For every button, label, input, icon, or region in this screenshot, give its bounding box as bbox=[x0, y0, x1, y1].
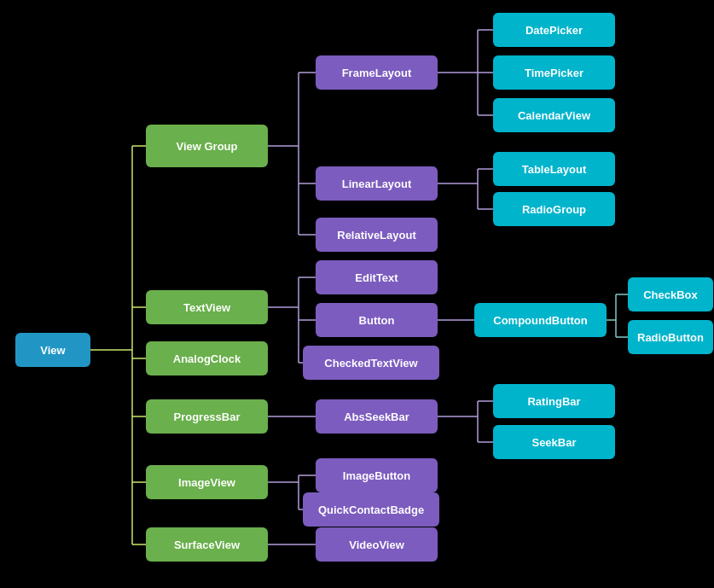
node-textview[interactable]: TextView bbox=[146, 290, 268, 324]
node-ratingbar[interactable]: RatingBar bbox=[493, 384, 615, 418]
node-radiobutton[interactable]: RadioButton bbox=[628, 320, 713, 354]
node-timepicker[interactable]: TimePicker bbox=[493, 55, 615, 90]
diagram: View View Group TextView AnalogClock Pro… bbox=[0, 0, 714, 588]
node-relativelayout[interactable]: RelativeLayout bbox=[316, 218, 438, 252]
node-compoundbutton[interactable]: CompoundButton bbox=[474, 303, 607, 337]
node-videoview[interactable]: VideoView bbox=[316, 527, 438, 562]
node-edittext[interactable]: EditText bbox=[316, 260, 438, 294]
node-analogclock[interactable]: AnalogClock bbox=[146, 341, 268, 376]
node-viewgroup[interactable]: View Group bbox=[146, 125, 268, 167]
node-datepicker[interactable]: DatePicker bbox=[493, 13, 615, 47]
node-linearlayout[interactable]: LinearLayout bbox=[316, 166, 438, 201]
node-quickcontactbadge[interactable]: QuickContactBadge bbox=[303, 492, 439, 527]
node-checkbox[interactable]: CheckBox bbox=[628, 277, 713, 311]
node-calendarview[interactable]: CalendarView bbox=[493, 98, 615, 132]
node-button[interactable]: Button bbox=[316, 303, 438, 337]
node-surfaceview[interactable]: SurfaceView bbox=[146, 527, 268, 562]
node-radiogroup[interactable]: RadioGroup bbox=[493, 192, 615, 226]
node-checkedtextview[interactable]: CheckedTextView bbox=[303, 346, 439, 380]
node-seekbar[interactable]: SeekBar bbox=[493, 425, 615, 459]
node-view[interactable]: View bbox=[15, 333, 90, 367]
node-tablelayout[interactable]: TableLayout bbox=[493, 152, 615, 186]
node-imagebutton[interactable]: ImageButton bbox=[316, 458, 438, 492]
node-framelayout[interactable]: FrameLayout bbox=[316, 55, 438, 90]
node-absseekbar[interactable]: AbsSeekBar bbox=[316, 399, 438, 434]
node-imageview[interactable]: ImageView bbox=[146, 465, 268, 499]
node-progressbar[interactable]: ProgressBar bbox=[146, 399, 268, 434]
